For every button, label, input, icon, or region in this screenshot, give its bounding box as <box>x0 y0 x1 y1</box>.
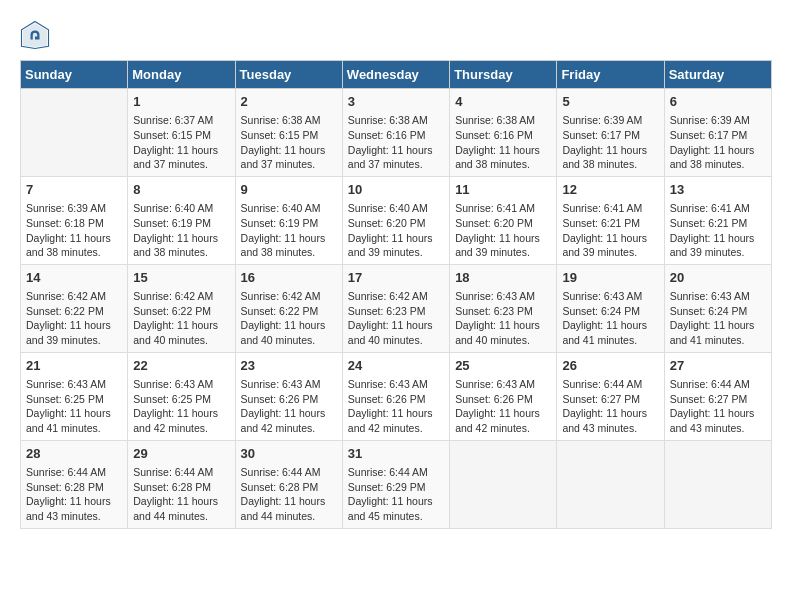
calendar-cell: 31Sunrise: 6:44 AM Sunset: 6:29 PM Dayli… <box>342 440 449 528</box>
calendar-cell: 14Sunrise: 6:42 AM Sunset: 6:22 PM Dayli… <box>21 264 128 352</box>
day-number: 19 <box>562 269 658 287</box>
calendar-table: SundayMondayTuesdayWednesdayThursdayFrid… <box>20 60 772 529</box>
calendar-cell <box>450 440 557 528</box>
day-number: 1 <box>133 93 229 111</box>
day-number: 18 <box>455 269 551 287</box>
calendar-cell: 24Sunrise: 6:43 AM Sunset: 6:26 PM Dayli… <box>342 352 449 440</box>
day-number: 5 <box>562 93 658 111</box>
day-number: 24 <box>348 357 444 375</box>
weekday-header-row: SundayMondayTuesdayWednesdayThursdayFrid… <box>21 61 772 89</box>
calendar-week-row: 7Sunrise: 6:39 AM Sunset: 6:18 PM Daylig… <box>21 176 772 264</box>
day-info: Sunrise: 6:43 AM Sunset: 6:24 PM Dayligh… <box>562 289 658 348</box>
calendar-cell: 19Sunrise: 6:43 AM Sunset: 6:24 PM Dayli… <box>557 264 664 352</box>
day-info: Sunrise: 6:44 AM Sunset: 6:27 PM Dayligh… <box>562 377 658 436</box>
calendar-cell: 5Sunrise: 6:39 AM Sunset: 6:17 PM Daylig… <box>557 89 664 177</box>
day-info: Sunrise: 6:41 AM Sunset: 6:21 PM Dayligh… <box>562 201 658 260</box>
weekday-header: Thursday <box>450 61 557 89</box>
calendar-cell: 29Sunrise: 6:44 AM Sunset: 6:28 PM Dayli… <box>128 440 235 528</box>
day-info: Sunrise: 6:37 AM Sunset: 6:15 PM Dayligh… <box>133 113 229 172</box>
day-number: 13 <box>670 181 766 199</box>
day-info: Sunrise: 6:40 AM Sunset: 6:19 PM Dayligh… <box>241 201 337 260</box>
calendar-cell: 7Sunrise: 6:39 AM Sunset: 6:18 PM Daylig… <box>21 176 128 264</box>
day-number: 26 <box>562 357 658 375</box>
day-number: 8 <box>133 181 229 199</box>
calendar-cell: 18Sunrise: 6:43 AM Sunset: 6:23 PM Dayli… <box>450 264 557 352</box>
day-number: 21 <box>26 357 122 375</box>
day-number: 3 <box>348 93 444 111</box>
day-number: 20 <box>670 269 766 287</box>
day-info: Sunrise: 6:39 AM Sunset: 6:17 PM Dayligh… <box>562 113 658 172</box>
day-number: 14 <box>26 269 122 287</box>
calendar-cell: 3Sunrise: 6:38 AM Sunset: 6:16 PM Daylig… <box>342 89 449 177</box>
day-info: Sunrise: 6:43 AM Sunset: 6:26 PM Dayligh… <box>348 377 444 436</box>
calendar-cell: 21Sunrise: 6:43 AM Sunset: 6:25 PM Dayli… <box>21 352 128 440</box>
day-number: 12 <box>562 181 658 199</box>
day-info: Sunrise: 6:41 AM Sunset: 6:21 PM Dayligh… <box>670 201 766 260</box>
day-info: Sunrise: 6:43 AM Sunset: 6:23 PM Dayligh… <box>455 289 551 348</box>
day-info: Sunrise: 6:44 AM Sunset: 6:28 PM Dayligh… <box>241 465 337 524</box>
weekday-header: Monday <box>128 61 235 89</box>
day-info: Sunrise: 6:38 AM Sunset: 6:16 PM Dayligh… <box>455 113 551 172</box>
day-number: 11 <box>455 181 551 199</box>
day-number: 6 <box>670 93 766 111</box>
logo <box>20 20 54 50</box>
day-info: Sunrise: 6:42 AM Sunset: 6:22 PM Dayligh… <box>133 289 229 348</box>
calendar-cell: 8Sunrise: 6:40 AM Sunset: 6:19 PM Daylig… <box>128 176 235 264</box>
day-number: 28 <box>26 445 122 463</box>
calendar-week-row: 14Sunrise: 6:42 AM Sunset: 6:22 PM Dayli… <box>21 264 772 352</box>
day-number: 4 <box>455 93 551 111</box>
calendar-cell: 4Sunrise: 6:38 AM Sunset: 6:16 PM Daylig… <box>450 89 557 177</box>
day-number: 31 <box>348 445 444 463</box>
weekday-header: Saturday <box>664 61 771 89</box>
day-info: Sunrise: 6:40 AM Sunset: 6:19 PM Dayligh… <box>133 201 229 260</box>
weekday-header: Friday <box>557 61 664 89</box>
calendar-cell: 11Sunrise: 6:41 AM Sunset: 6:20 PM Dayli… <box>450 176 557 264</box>
calendar-cell <box>557 440 664 528</box>
day-info: Sunrise: 6:42 AM Sunset: 6:22 PM Dayligh… <box>26 289 122 348</box>
calendar-cell <box>21 89 128 177</box>
day-number: 29 <box>133 445 229 463</box>
calendar-week-row: 28Sunrise: 6:44 AM Sunset: 6:28 PM Dayli… <box>21 440 772 528</box>
day-number: 17 <box>348 269 444 287</box>
calendar-cell: 20Sunrise: 6:43 AM Sunset: 6:24 PM Dayli… <box>664 264 771 352</box>
calendar-cell: 23Sunrise: 6:43 AM Sunset: 6:26 PM Dayli… <box>235 352 342 440</box>
calendar-week-row: 21Sunrise: 6:43 AM Sunset: 6:25 PM Dayli… <box>21 352 772 440</box>
calendar-week-row: 1Sunrise: 6:37 AM Sunset: 6:15 PM Daylig… <box>21 89 772 177</box>
calendar-cell: 30Sunrise: 6:44 AM Sunset: 6:28 PM Dayli… <box>235 440 342 528</box>
day-number: 25 <box>455 357 551 375</box>
day-info: Sunrise: 6:38 AM Sunset: 6:15 PM Dayligh… <box>241 113 337 172</box>
day-info: Sunrise: 6:42 AM Sunset: 6:22 PM Dayligh… <box>241 289 337 348</box>
day-number: 16 <box>241 269 337 287</box>
calendar-cell: 15Sunrise: 6:42 AM Sunset: 6:22 PM Dayli… <box>128 264 235 352</box>
calendar-cell: 25Sunrise: 6:43 AM Sunset: 6:26 PM Dayli… <box>450 352 557 440</box>
calendar-cell: 16Sunrise: 6:42 AM Sunset: 6:22 PM Dayli… <box>235 264 342 352</box>
weekday-header: Sunday <box>21 61 128 89</box>
calendar-cell: 22Sunrise: 6:43 AM Sunset: 6:25 PM Dayli… <box>128 352 235 440</box>
day-number: 2 <box>241 93 337 111</box>
day-number: 9 <box>241 181 337 199</box>
day-info: Sunrise: 6:43 AM Sunset: 6:25 PM Dayligh… <box>26 377 122 436</box>
weekday-header: Tuesday <box>235 61 342 89</box>
page-header <box>20 20 772 50</box>
weekday-header: Wednesday <box>342 61 449 89</box>
calendar-cell: 9Sunrise: 6:40 AM Sunset: 6:19 PM Daylig… <box>235 176 342 264</box>
day-number: 27 <box>670 357 766 375</box>
day-info: Sunrise: 6:43 AM Sunset: 6:25 PM Dayligh… <box>133 377 229 436</box>
calendar-cell: 17Sunrise: 6:42 AM Sunset: 6:23 PM Dayli… <box>342 264 449 352</box>
calendar-cell: 28Sunrise: 6:44 AM Sunset: 6:28 PM Dayli… <box>21 440 128 528</box>
day-number: 15 <box>133 269 229 287</box>
logo-icon <box>20 20 50 50</box>
day-number: 10 <box>348 181 444 199</box>
day-number: 23 <box>241 357 337 375</box>
calendar-cell: 10Sunrise: 6:40 AM Sunset: 6:20 PM Dayli… <box>342 176 449 264</box>
day-info: Sunrise: 6:44 AM Sunset: 6:29 PM Dayligh… <box>348 465 444 524</box>
day-info: Sunrise: 6:43 AM Sunset: 6:26 PM Dayligh… <box>455 377 551 436</box>
day-info: Sunrise: 6:43 AM Sunset: 6:24 PM Dayligh… <box>670 289 766 348</box>
calendar-cell <box>664 440 771 528</box>
day-info: Sunrise: 6:42 AM Sunset: 6:23 PM Dayligh… <box>348 289 444 348</box>
day-info: Sunrise: 6:43 AM Sunset: 6:26 PM Dayligh… <box>241 377 337 436</box>
day-info: Sunrise: 6:40 AM Sunset: 6:20 PM Dayligh… <box>348 201 444 260</box>
day-number: 30 <box>241 445 337 463</box>
day-info: Sunrise: 6:44 AM Sunset: 6:27 PM Dayligh… <box>670 377 766 436</box>
calendar-cell: 6Sunrise: 6:39 AM Sunset: 6:17 PM Daylig… <box>664 89 771 177</box>
